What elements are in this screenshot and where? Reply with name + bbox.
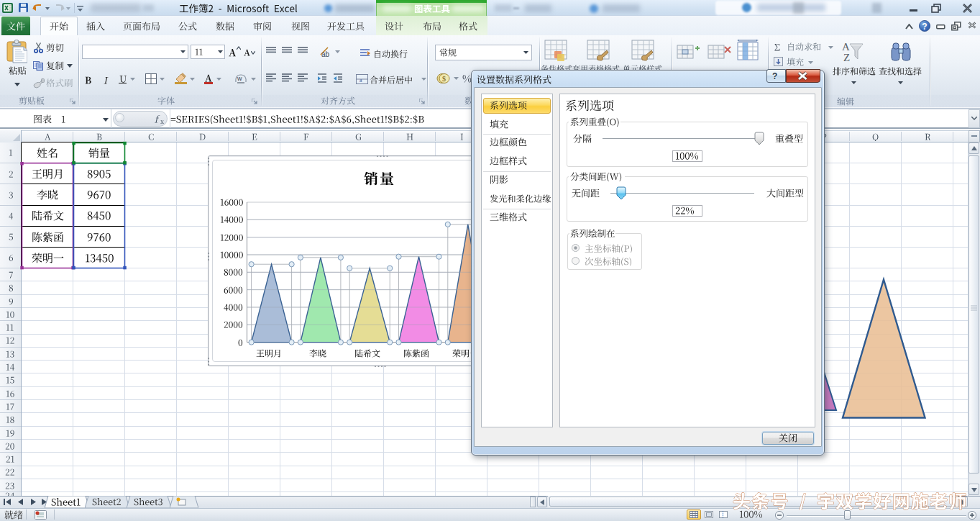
svg-text:?: ?	[772, 71, 777, 81]
